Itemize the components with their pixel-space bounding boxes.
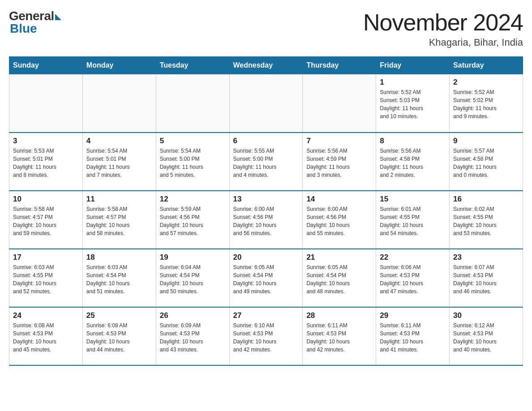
calendar-cell: 4Sunrise: 5:54 AM Sunset: 5:01 PM Daylig…	[82, 133, 156, 191]
calendar-cell	[9, 74, 83, 133]
calendar-cell: 2Sunrise: 5:52 AM Sunset: 5:02 PM Daylig…	[450, 74, 523, 133]
calendar-cell: 5Sunrise: 5:54 AM Sunset: 5:00 PM Daylig…	[156, 133, 229, 191]
day-info: Sunrise: 6:10 AM Sunset: 4:53 PM Dayligh…	[233, 321, 299, 354]
day-info: Sunrise: 5:56 AM Sunset: 4:59 PM Dayligh…	[306, 147, 372, 179]
day-info: Sunrise: 5:56 AM Sunset: 4:58 PM Dayligh…	[380, 147, 446, 179]
weekday-header-friday: Friday	[376, 57, 450, 74]
logo: General Blue	[9, 9, 61, 36]
day-info: Sunrise: 6:00 AM Sunset: 4:56 PM Dayligh…	[306, 205, 372, 237]
day-number: 12	[160, 195, 226, 204]
day-info: Sunrise: 6:11 AM Sunset: 4:53 PM Dayligh…	[306, 321, 372, 354]
day-number: 30	[453, 311, 519, 320]
calendar-cell	[82, 74, 156, 133]
calendar-cell: 13Sunrise: 6:00 AM Sunset: 4:56 PM Dayli…	[229, 191, 303, 249]
day-number: 13	[233, 195, 299, 204]
day-info: Sunrise: 5:57 AM Sunset: 4:58 PM Dayligh…	[453, 147, 519, 179]
day-number: 25	[86, 311, 152, 320]
day-info: Sunrise: 6:03 AM Sunset: 4:55 PM Dayligh…	[13, 263, 79, 295]
day-number: 16	[453, 195, 519, 204]
day-info: Sunrise: 5:52 AM Sunset: 5:02 PM Dayligh…	[453, 88, 519, 120]
day-number: 15	[380, 195, 446, 204]
day-number: 17	[13, 253, 79, 262]
day-number: 28	[306, 311, 372, 320]
day-info: Sunrise: 6:12 AM Sunset: 4:53 PM Dayligh…	[453, 321, 519, 354]
day-info: Sunrise: 6:07 AM Sunset: 4:53 PM Dayligh…	[453, 263, 519, 295]
calendar-cell: 27Sunrise: 6:10 AM Sunset: 4:53 PM Dayli…	[229, 307, 303, 365]
day-info: Sunrise: 6:11 AM Sunset: 4:53 PM Dayligh…	[380, 321, 446, 354]
day-info: Sunrise: 6:04 AM Sunset: 4:54 PM Dayligh…	[160, 263, 226, 295]
calendar-cell: 26Sunrise: 6:09 AM Sunset: 4:53 PM Dayli…	[156, 307, 229, 365]
calendar-cell: 19Sunrise: 6:04 AM Sunset: 4:54 PM Dayli…	[156, 249, 229, 307]
calendar-cell: 1Sunrise: 5:52 AM Sunset: 5:03 PM Daylig…	[376, 74, 450, 133]
calendar-cell: 16Sunrise: 6:02 AM Sunset: 4:55 PM Dayli…	[450, 191, 523, 249]
week-row-2: 3Sunrise: 5:53 AM Sunset: 5:01 PM Daylig…	[9, 133, 523, 191]
day-info: Sunrise: 5:54 AM Sunset: 5:00 PM Dayligh…	[160, 147, 226, 179]
day-info: Sunrise: 6:08 AM Sunset: 4:53 PM Dayligh…	[86, 321, 152, 354]
calendar-body: 1Sunrise: 5:52 AM Sunset: 5:03 PM Daylig…	[9, 74, 523, 365]
weekday-header-monday: Monday	[82, 57, 156, 74]
day-number: 23	[453, 253, 519, 262]
calendar-cell: 18Sunrise: 6:03 AM Sunset: 4:54 PM Dayli…	[82, 249, 156, 307]
calendar-cell: 21Sunrise: 6:05 AM Sunset: 4:54 PM Dayli…	[303, 249, 376, 307]
week-row-4: 17Sunrise: 6:03 AM Sunset: 4:55 PM Dayli…	[9, 249, 523, 307]
week-row-5: 24Sunrise: 6:08 AM Sunset: 4:53 PM Dayli…	[9, 307, 523, 365]
day-number: 19	[160, 253, 226, 262]
day-info: Sunrise: 5:59 AM Sunset: 4:56 PM Dayligh…	[160, 205, 226, 237]
day-number: 4	[86, 137, 152, 146]
week-row-1: 1Sunrise: 5:52 AM Sunset: 5:03 PM Daylig…	[9, 74, 523, 133]
calendar-cell: 25Sunrise: 6:08 AM Sunset: 4:53 PM Dayli…	[82, 307, 156, 365]
day-info: Sunrise: 6:02 AM Sunset: 4:55 PM Dayligh…	[453, 205, 519, 237]
day-number: 20	[233, 253, 299, 262]
logo-arrow-icon	[55, 14, 61, 20]
day-number: 1	[380, 78, 446, 87]
day-number: 9	[453, 137, 519, 146]
day-info: Sunrise: 6:01 AM Sunset: 4:55 PM Dayligh…	[380, 205, 446, 237]
day-number: 14	[306, 195, 372, 204]
calendar-cell: 6Sunrise: 5:55 AM Sunset: 5:00 PM Daylig…	[229, 133, 303, 191]
title-section: November 2024 Khagaria, Bihar, India	[363, 9, 523, 48]
page-header: General Blue November 2024 Khagaria, Bih…	[9, 9, 523, 48]
day-info: Sunrise: 6:03 AM Sunset: 4:54 PM Dayligh…	[86, 263, 152, 295]
weekday-header-saturday: Saturday	[450, 57, 523, 74]
calendar-cell: 12Sunrise: 5:59 AM Sunset: 4:56 PM Dayli…	[156, 191, 229, 249]
calendar-header: SundayMondayTuesdayWednesdayThursdayFrid…	[9, 57, 523, 74]
calendar-cell: 9Sunrise: 5:57 AM Sunset: 4:58 PM Daylig…	[450, 133, 523, 191]
day-info: Sunrise: 5:53 AM Sunset: 5:01 PM Dayligh…	[13, 147, 79, 179]
logo-blue-text: Blue	[10, 21, 37, 36]
calendar-cell: 10Sunrise: 5:58 AM Sunset: 4:57 PM Dayli…	[9, 191, 83, 249]
week-row-3: 10Sunrise: 5:58 AM Sunset: 4:57 PM Dayli…	[9, 191, 523, 249]
day-number: 11	[86, 195, 152, 204]
day-info: Sunrise: 6:05 AM Sunset: 4:54 PM Dayligh…	[233, 263, 299, 295]
calendar-cell: 20Sunrise: 6:05 AM Sunset: 4:54 PM Dayli…	[229, 249, 303, 307]
day-info: Sunrise: 5:55 AM Sunset: 5:00 PM Dayligh…	[233, 147, 299, 179]
calendar-cell: 22Sunrise: 6:06 AM Sunset: 4:53 PM Dayli…	[376, 249, 450, 307]
day-number: 3	[13, 137, 79, 146]
calendar-cell: 11Sunrise: 5:58 AM Sunset: 4:57 PM Dayli…	[82, 191, 156, 249]
calendar-cell: 3Sunrise: 5:53 AM Sunset: 5:01 PM Daylig…	[9, 133, 83, 191]
day-info: Sunrise: 6:00 AM Sunset: 4:56 PM Dayligh…	[233, 205, 299, 237]
calendar-cell: 14Sunrise: 6:00 AM Sunset: 4:56 PM Dayli…	[303, 191, 376, 249]
day-info: Sunrise: 5:58 AM Sunset: 4:57 PM Dayligh…	[13, 205, 79, 237]
day-info: Sunrise: 5:52 AM Sunset: 5:03 PM Dayligh…	[380, 88, 446, 120]
day-info: Sunrise: 6:09 AM Sunset: 4:53 PM Dayligh…	[160, 321, 226, 354]
weekday-header-sunday: Sunday	[9, 57, 83, 74]
weekday-header-wednesday: Wednesday	[229, 57, 303, 74]
day-number: 22	[380, 253, 446, 262]
day-number: 21	[306, 253, 372, 262]
calendar-subtitle: Khagaria, Bihar, India	[363, 37, 523, 48]
day-number: 18	[86, 253, 152, 262]
calendar-cell: 24Sunrise: 6:08 AM Sunset: 4:53 PM Dayli…	[9, 307, 83, 365]
calendar-cell: 7Sunrise: 5:56 AM Sunset: 4:59 PM Daylig…	[303, 133, 376, 191]
day-number: 8	[380, 137, 446, 146]
day-number: 6	[233, 137, 299, 146]
day-number: 29	[380, 311, 446, 320]
weekday-header-thursday: Thursday	[303, 57, 376, 74]
day-number: 24	[13, 311, 79, 320]
calendar-cell	[303, 74, 376, 133]
day-info: Sunrise: 6:05 AM Sunset: 4:54 PM Dayligh…	[306, 263, 372, 295]
day-info: Sunrise: 5:58 AM Sunset: 4:57 PM Dayligh…	[86, 205, 152, 237]
calendar-title: November 2024	[363, 9, 523, 36]
day-number: 7	[306, 137, 372, 146]
day-number: 10	[13, 195, 79, 204]
calendar-cell	[229, 74, 303, 133]
